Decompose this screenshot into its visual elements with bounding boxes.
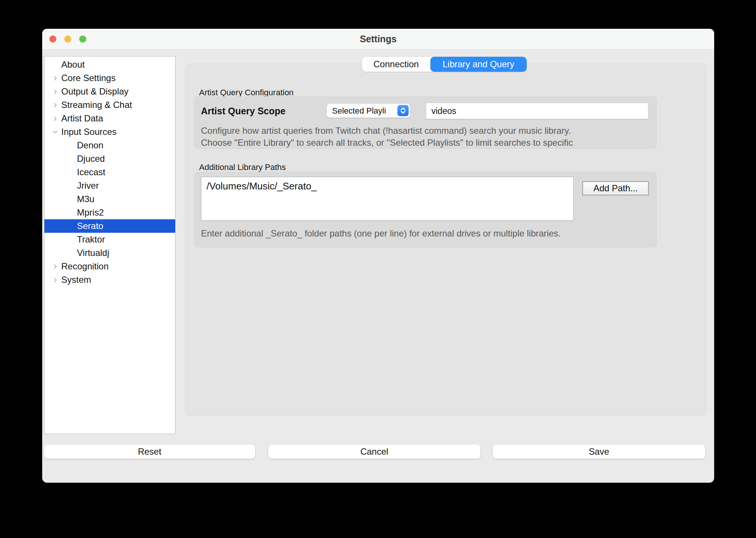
cancel-button[interactable]: Cancel [268, 445, 480, 459]
sidebar-item-label: Input Sources [61, 125, 117, 139]
window-title: Settings [42, 29, 714, 49]
chevron-right-icon[interactable]: › [50, 260, 60, 273]
sidebar-item-label: Artist Data [61, 112, 103, 125]
sidebar-item-label: Streaming & Chat [61, 98, 132, 112]
sidebar-item-label: Mpris2 [77, 206, 104, 219]
title-bar: Settings [42, 29, 714, 50]
chevron-right-icon[interactable]: › [50, 85, 60, 98]
sidebar-item-label: Output & Display [61, 85, 128, 98]
sidebar-item-artist-data[interactable]: ›Artist Data [44, 112, 175, 125]
sidebar-item-input-sources[interactable]: ›Input Sources [44, 125, 175, 139]
sidebar-item-label: Icecast [77, 166, 105, 179]
reset-button[interactable]: Reset [44, 445, 255, 459]
save-button[interactable]: Save [493, 445, 705, 459]
artist-query-helper-text: Configure how artist queries from Twitch… [201, 125, 650, 149]
add-path-button[interactable]: Add Path... [582, 181, 649, 195]
sidebar-item-label: About [61, 58, 85, 71]
sidebar-item-label: System [61, 273, 91, 287]
sidebar-item-label: Djuced [77, 152, 105, 166]
playlist-filter-input[interactable] [426, 103, 648, 119]
sidebar-item-m3u[interactable]: M3u [44, 192, 175, 206]
additional-library-paths-label: Additional Library Paths [199, 163, 286, 172]
sidebar-item-about[interactable]: About [44, 58, 175, 71]
content-panel: Artist Query Configuration Artist Query … [185, 64, 707, 416]
sidebar-item-recognition[interactable]: ›Recognition [44, 260, 175, 273]
sidebar-item-label: Recognition [61, 260, 109, 273]
artist-query-configuration-group: Artist Query Scope Selected Playli Confi… [194, 96, 657, 149]
chevron-down-icon[interactable]: › [49, 127, 62, 137]
sidebar-item-streaming-chat[interactable]: ›Streaming & Chat [44, 98, 175, 112]
tab-library-and-query[interactable]: Library and Query [430, 57, 527, 72]
artist-query-scope-dropdown[interactable]: Selected Playli [327, 104, 410, 118]
artist-query-scope-value: Selected Playli [332, 104, 394, 118]
sidebar-item-virtualdj[interactable]: Virtualdj [44, 246, 175, 260]
tab-connection[interactable]: Connection [362, 57, 430, 72]
sidebar-item-output-display[interactable]: ›Output & Display [44, 85, 175, 98]
sidebar-item-core-settings[interactable]: ›Core Settings [44, 71, 175, 85]
sidebar-item-label: Traktor [77, 233, 105, 246]
sidebar-item-mpris2[interactable]: Mpris2 [44, 206, 175, 219]
artist-query-configuration-label: Artist Query Configuration [199, 88, 294, 97]
library-paths-textarea[interactable]: /Volumes/Music/_Serato_ [201, 177, 574, 221]
library-paths-helper-text: Enter additional _Serato_ folder paths (… [201, 228, 650, 239]
sidebar-item-denon[interactable]: Denon [44, 139, 175, 152]
sidebar-item-label: Jriver [77, 179, 99, 192]
settings-window: Settings About›Core Settings›Output & Di… [42, 29, 714, 483]
chevron-right-icon[interactable]: › [50, 112, 60, 125]
chevron-right-icon[interactable]: › [50, 273, 60, 287]
sidebar-item-serato[interactable]: Serato [44, 219, 175, 233]
sidebar-item-traktor[interactable]: Traktor [44, 233, 175, 246]
additional-library-paths-group: /Volumes/Music/_Serato_ Add Path... Ente… [194, 172, 657, 247]
sidebar-item-djuced[interactable]: Djuced [44, 152, 175, 166]
chevron-right-icon[interactable]: › [50, 98, 60, 112]
sidebar-item-label: Denon [77, 139, 103, 152]
chevron-right-icon[interactable]: › [50, 71, 60, 85]
artist-query-scope-label: Artist Query Scope [201, 106, 285, 117]
sidebar-item-label: Virtualdj [77, 246, 109, 260]
sidebar-item-icecast[interactable]: Icecast [44, 166, 175, 179]
tab-bar: Connection Library and Query [362, 57, 527, 72]
sidebar-item-jriver[interactable]: Jriver [44, 179, 175, 192]
settings-category-tree: About›Core Settings›Output & Display›Str… [44, 56, 176, 434]
sidebar-item-label: Serato [77, 219, 103, 233]
sidebar-item-label: Core Settings [61, 71, 115, 85]
sidebar-item-system[interactable]: ›System [44, 273, 175, 287]
sidebar-item-label: M3u [77, 192, 94, 206]
dropdown-stepper-icon [397, 105, 409, 116]
